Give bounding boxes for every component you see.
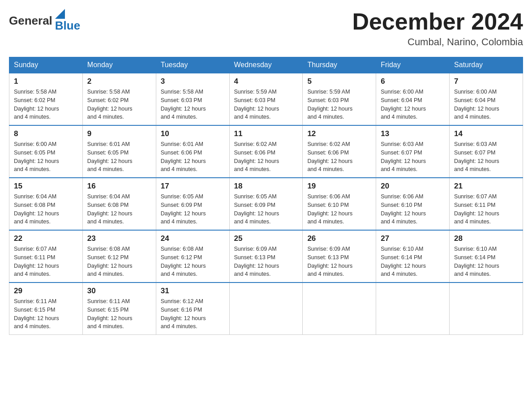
calendar-day-cell: 18Sunrise: 6:05 AMSunset: 6:09 PMDayligh… [229,178,303,230]
calendar-day-cell: 25Sunrise: 6:09 AMSunset: 6:13 PMDayligh… [229,230,303,283]
svg-marker-0 [55,9,65,19]
day-of-week-header: Saturday [450,57,523,73]
calendar-day-cell [229,283,303,335]
day-number: 16 [87,182,151,191]
day-number: 25 [234,234,298,243]
calendar-day-cell: 31Sunrise: 6:12 AMSunset: 6:16 PMDayligh… [156,283,229,335]
day-info: Sunrise: 6:10 AMSunset: 6:14 PMDaylight:… [381,245,445,278]
day-number: 13 [381,129,445,138]
day-info: Sunrise: 5:59 AMSunset: 6:03 PMDaylight:… [234,88,298,121]
day-of-week-header: Thursday [303,57,376,73]
calendar-week-row: 15Sunrise: 6:04 AMSunset: 6:08 PMDayligh… [9,178,523,230]
day-info: Sunrise: 5:59 AMSunset: 6:03 PMDaylight:… [307,88,371,121]
calendar-day-cell: 13Sunrise: 6:03 AMSunset: 6:07 PMDayligh… [376,125,450,178]
day-number: 2 [87,77,151,86]
calendar-day-cell: 7Sunrise: 6:00 AMSunset: 6:04 PMDaylight… [450,73,523,125]
day-number: 19 [307,182,371,191]
calendar-day-cell [303,283,376,335]
day-info: Sunrise: 5:58 AMSunset: 6:03 PMDaylight:… [161,88,225,121]
calendar-day-cell: 12Sunrise: 6:02 AMSunset: 6:06 PMDayligh… [303,125,376,178]
page-header: General Blue December 2024 Cumbal, Narin… [9,9,523,48]
day-number: 9 [87,129,151,138]
day-info: Sunrise: 6:00 AMSunset: 6:04 PMDaylight:… [454,88,518,121]
logo-triangle-icon [55,9,65,19]
calendar-day-cell: 16Sunrise: 6:04 AMSunset: 6:08 PMDayligh… [82,178,156,230]
day-info: Sunrise: 6:06 AMSunset: 6:10 PMDaylight:… [307,193,371,226]
day-info: Sunrise: 6:08 AMSunset: 6:12 PMDaylight:… [161,245,225,278]
day-number: 5 [307,77,371,86]
day-number: 18 [234,182,298,191]
day-number: 22 [14,234,78,243]
day-info: Sunrise: 6:02 AMSunset: 6:06 PMDaylight:… [307,140,371,174]
day-info: Sunrise: 6:07 AMSunset: 6:11 PMDaylight:… [454,193,518,226]
day-of-week-header: Wednesday [229,57,303,73]
day-number: 10 [161,129,225,138]
day-number: 24 [161,234,225,243]
calendar-day-cell: 2Sunrise: 5:58 AMSunset: 6:02 PMDaylight… [82,73,156,125]
day-number: 3 [161,77,225,86]
day-info: Sunrise: 6:03 AMSunset: 6:07 PMDaylight:… [381,140,445,174]
location-title: Cumbal, Narino, Colombia [352,36,523,48]
logo: General Blue [9,9,80,33]
calendar-day-cell: 5Sunrise: 5:59 AMSunset: 6:03 PMDaylight… [303,73,376,125]
calendar-day-cell: 19Sunrise: 6:06 AMSunset: 6:10 PMDayligh… [303,178,376,230]
day-number: 21 [454,182,518,191]
calendar-week-row: 29Sunrise: 6:11 AMSunset: 6:15 PMDayligh… [9,283,523,335]
day-number: 4 [234,77,298,86]
calendar-week-row: 1Sunrise: 5:58 AMSunset: 6:02 PMDaylight… [9,73,523,125]
calendar-day-cell: 15Sunrise: 6:04 AMSunset: 6:08 PMDayligh… [9,178,83,230]
day-of-week-header: Friday [376,57,450,73]
day-number: 6 [381,77,445,86]
day-number: 30 [87,287,151,295]
calendar-day-cell: 11Sunrise: 6:02 AMSunset: 6:06 PMDayligh… [229,125,303,178]
calendar-day-cell: 10Sunrise: 6:01 AMSunset: 6:06 PMDayligh… [156,125,229,178]
day-of-week-header: Sunday [9,57,83,73]
day-number: 7 [454,77,518,86]
day-info: Sunrise: 6:12 AMSunset: 6:16 PMDaylight:… [161,297,225,331]
day-number: 26 [307,234,371,243]
day-number: 20 [381,182,445,191]
day-info: Sunrise: 5:58 AMSunset: 6:02 PMDaylight:… [14,88,78,121]
day-number: 23 [87,234,151,243]
calendar-day-cell: 27Sunrise: 6:10 AMSunset: 6:14 PMDayligh… [376,230,450,283]
day-info: Sunrise: 6:00 AMSunset: 6:04 PMDaylight:… [381,88,445,121]
calendar-header-row: SundayMondayTuesdayWednesdayThursdayFrid… [9,57,523,73]
calendar-week-row: 8Sunrise: 6:00 AMSunset: 6:05 PMDaylight… [9,125,523,178]
day-number: 8 [14,129,78,138]
calendar-day-cell: 23Sunrise: 6:08 AMSunset: 6:12 PMDayligh… [82,230,156,283]
day-info: Sunrise: 6:00 AMSunset: 6:05 PMDaylight:… [14,140,78,174]
calendar-day-cell: 4Sunrise: 5:59 AMSunset: 6:03 PMDaylight… [229,73,303,125]
calendar-day-cell: 30Sunrise: 6:11 AMSunset: 6:15 PMDayligh… [82,283,156,335]
calendar-day-cell: 26Sunrise: 6:09 AMSunset: 6:13 PMDayligh… [303,230,376,283]
calendar-day-cell: 1Sunrise: 5:58 AMSunset: 6:02 PMDaylight… [9,73,83,125]
day-number: 11 [234,129,298,138]
day-info: Sunrise: 6:03 AMSunset: 6:07 PMDaylight:… [454,140,518,174]
calendar-day-cell: 9Sunrise: 6:01 AMSunset: 6:05 PMDaylight… [82,125,156,178]
day-of-week-header: Tuesday [156,57,229,73]
day-info: Sunrise: 6:04 AMSunset: 6:08 PMDaylight:… [87,193,151,226]
calendar-table: SundayMondayTuesdayWednesdayThursdayFrid… [9,57,523,335]
day-info: Sunrise: 6:08 AMSunset: 6:12 PMDaylight:… [87,245,151,278]
day-number: 29 [14,287,78,295]
month-title: December 2024 [352,9,523,34]
day-info: Sunrise: 6:05 AMSunset: 6:09 PMDaylight:… [234,193,298,226]
calendar-day-cell: 29Sunrise: 6:11 AMSunset: 6:15 PMDayligh… [9,283,83,335]
day-info: Sunrise: 6:09 AMSunset: 6:13 PMDaylight:… [307,245,371,278]
day-info: Sunrise: 6:11 AMSunset: 6:15 PMDaylight:… [87,297,151,331]
day-number: 28 [454,234,518,243]
day-number: 1 [14,77,78,86]
logo-general-text: General [9,14,52,28]
day-info: Sunrise: 6:02 AMSunset: 6:06 PMDaylight:… [234,140,298,174]
day-info: Sunrise: 6:05 AMSunset: 6:09 PMDaylight:… [161,193,225,226]
day-number: 31 [161,287,225,295]
calendar-day-cell: 6Sunrise: 6:00 AMSunset: 6:04 PMDaylight… [376,73,450,125]
day-info: Sunrise: 6:11 AMSunset: 6:15 PMDaylight:… [14,297,78,331]
day-info: Sunrise: 6:09 AMSunset: 6:13 PMDaylight:… [234,245,298,278]
calendar-day-cell: 3Sunrise: 5:58 AMSunset: 6:03 PMDaylight… [156,73,229,125]
day-info: Sunrise: 6:01 AMSunset: 6:05 PMDaylight:… [87,140,151,174]
calendar-day-cell [450,283,523,335]
calendar-day-cell: 17Sunrise: 6:05 AMSunset: 6:09 PMDayligh… [156,178,229,230]
calendar-day-cell: 20Sunrise: 6:06 AMSunset: 6:10 PMDayligh… [376,178,450,230]
logo-blue-text: Blue [55,19,80,33]
calendar-day-cell [376,283,450,335]
